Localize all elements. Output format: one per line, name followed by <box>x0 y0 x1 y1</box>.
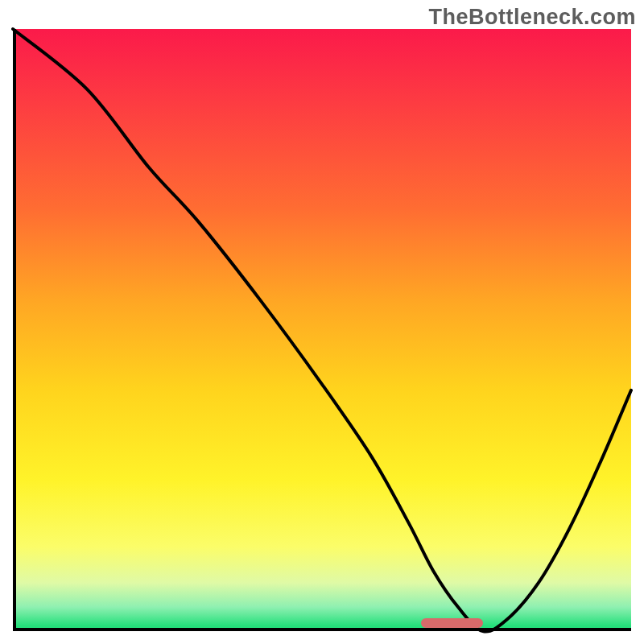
curve-layer <box>13 29 631 631</box>
bottleneck-curve-line <box>13 29 631 631</box>
watermark-label: TheBottleneck.com <box>428 5 636 30</box>
bottleneck-plot: TheBottleneck.com <box>0 0 644 644</box>
chart-area <box>13 29 631 631</box>
optimal-range-marker <box>421 618 483 628</box>
